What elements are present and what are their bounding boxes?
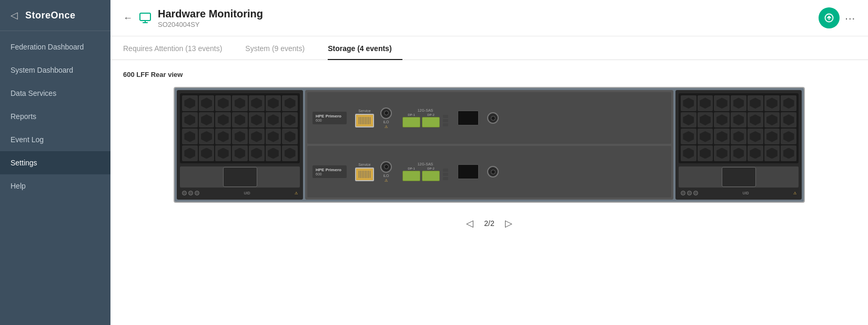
monitor-icon <box>139 12 152 24</box>
svg-rect-0 <box>140 13 150 21</box>
chassis-left-panel: UID ⚠ <box>177 90 303 200</box>
view-label: 600 LFF Rear view <box>123 71 183 78</box>
sidebar-logo[interactable]: ◁ StoreOnce <box>0 0 110 31</box>
next-page-button[interactable]: ▷ <box>503 215 514 231</box>
header-actions: ··· <box>819 7 855 28</box>
sidebar-item-reports[interactable]: Reports <box>0 105 110 128</box>
sidebar-item-federation-dashboard[interactable]: Federation Dashboard <box>0 35 110 58</box>
sidebar-item-help[interactable]: Help <box>0 174 110 198</box>
controller-row-top: HPE Primero 600 Service <box>307 92 671 144</box>
chassis-right-panel: UID ⚠ <box>675 90 802 200</box>
main-content: ← Hardware Monitoring SO204004SY ··· <box>110 0 868 325</box>
header: ← Hardware Monitoring SO204004SY ··· <box>110 0 868 36</box>
controller-row-bottom: HPE Primero 600 Service <box>307 146 671 198</box>
sidebar-logo-text: StoreOnce <box>25 10 76 21</box>
sidebar-item-settings[interactable]: Settings <box>0 151 110 174</box>
content-area: 600 LFF Rear view <box>110 60 868 325</box>
upload-button[interactable] <box>819 7 840 28</box>
page-subtitle: SO204004SY <box>158 21 812 28</box>
page-title: Hardware Monitoring <box>158 8 812 20</box>
sidebar-item-event-log[interactable]: Event Log <box>0 128 110 151</box>
page-indicator: 2/2 <box>484 219 494 228</box>
storeonce-logo-icon: ◁ <box>8 9 20 21</box>
sidebar-nav: Federation Dashboard System Dashboard Da… <box>0 31 110 198</box>
back-button[interactable]: ← <box>123 13 133 24</box>
sidebar-item-system-dashboard[interactable]: System Dashboard <box>0 58 110 82</box>
tab-system[interactable]: System (9 events) <box>245 37 315 60</box>
chassis-diagram: UID ⚠ HPE Primero 600 <box>174 87 805 203</box>
sidebar-item-data-services[interactable]: Data Services <box>0 82 110 105</box>
tab-requires-attention[interactable]: Requires Attention (13 events) <box>123 37 233 60</box>
server-chassis: UID ⚠ HPE Primero 600 <box>174 87 805 203</box>
more-actions-button[interactable]: ··· <box>845 12 855 24</box>
header-title-group: Hardware Monitoring SO204004SY <box>158 8 812 28</box>
prev-page-button[interactable]: ◁ <box>464 215 476 231</box>
tab-storage[interactable]: Storage (4 events) <box>328 37 402 60</box>
chassis-center-panel: HPE Primero 600 Service <box>305 90 673 200</box>
tabs: Requires Attention (13 events) System (9… <box>110 36 868 60</box>
sidebar: ◁ StoreOnce Federation Dashboard System … <box>0 0 110 325</box>
pagination: ◁ 2/2 ▷ <box>464 215 514 231</box>
